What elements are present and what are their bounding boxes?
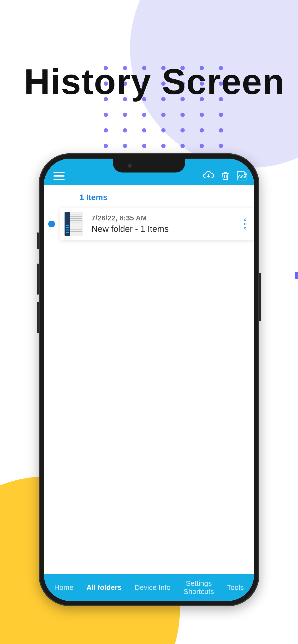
phone-button [37, 232, 39, 249]
header-actions: CSV [202, 170, 249, 182]
card-date: 7/26/22, 8:35 AM [91, 214, 241, 222]
phone-button [37, 302, 39, 333]
tab-shortcuts-label: Shortcuts [184, 588, 214, 596]
cloud-download-icon[interactable] [202, 170, 215, 182]
phone-notch [113, 158, 185, 172]
phone-mockup: CSV 1 Items 7/26/22, 8:35 AM New folder … [39, 153, 259, 606]
items-count-label: 1 Items [44, 185, 254, 208]
tab-home[interactable]: Home [54, 584, 73, 592]
menu-icon[interactable] [54, 172, 65, 180]
phone-screen: CSV 1 Items 7/26/22, 8:35 AM New folder … [44, 158, 254, 601]
phone-button [37, 264, 39, 295]
card-text: 7/26/22, 8:35 AM New folder - 1 Items [91, 214, 241, 234]
tab-tools[interactable]: Tools [227, 584, 244, 592]
svg-text:CSV: CSV [238, 175, 246, 179]
content-area: 1 Items 7/26/22, 8:35 AM New folder - 1 … [44, 185, 254, 574]
csv-export-icon[interactable]: CSV [236, 170, 248, 182]
list-item[interactable]: 7/26/22, 8:35 AM New folder - 1 Items [44, 208, 254, 240]
selection-indicator-icon[interactable] [48, 221, 55, 227]
page-title: History Screen [24, 61, 285, 102]
folder-thumbnail [65, 212, 83, 236]
tab-all-folders[interactable]: All folders [86, 584, 122, 592]
tab-bar: Home All folders Device Info Settings Sh… [44, 574, 254, 601]
folder-card[interactable]: 7/26/22, 8:35 AM New folder - 1 Items [60, 208, 254, 240]
tab-settings-shortcuts[interactable]: Settings Shortcuts [184, 579, 214, 596]
tab-settings-label: Settings [184, 579, 214, 588]
phone-button [259, 273, 261, 321]
accent-mark [295, 272, 298, 279]
tab-device-info[interactable]: Device Info [135, 584, 171, 592]
card-title: New folder - 1 Items [91, 224, 241, 234]
trash-icon[interactable] [219, 170, 232, 182]
more-options-icon[interactable] [241, 218, 249, 230]
